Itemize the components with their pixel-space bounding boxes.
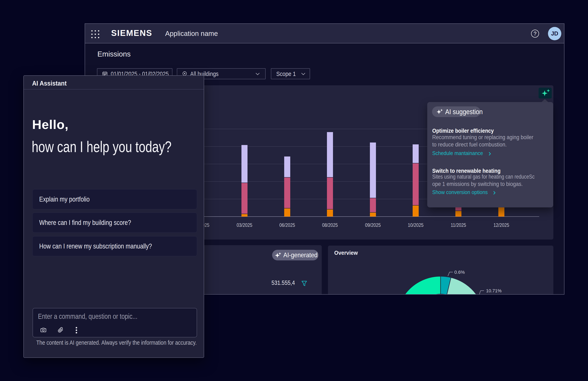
svg-text:10.71%: 10.71%	[486, 288, 502, 293]
svg-text:0.6%: 0.6%	[454, 269, 465, 275]
